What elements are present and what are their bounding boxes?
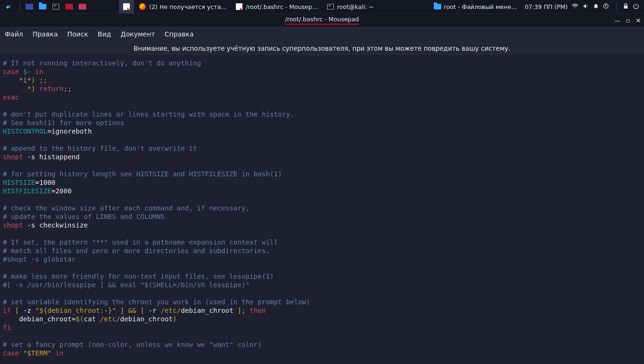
code-token: $( <box>76 315 84 323</box>
code-token: if <box>3 307 11 314</box>
notepad-icon <box>123 3 130 10</box>
code-line: # update the values of LINES and COLUMNS… <box>3 213 169 220</box>
code-line: # make less more friendly for non-text i… <box>3 273 274 280</box>
editor-area[interactable]: # If not running interactively, don't do… <box>0 55 644 364</box>
task-label: root@kali: ~ <box>337 3 374 10</box>
clock[interactable]: 07:39 ПП (PM) <box>525 3 568 10</box>
folder-icon <box>434 3 441 10</box>
maximize-button[interactable]: ▫ <box>625 18 631 23</box>
close-button[interactable]: ✕ <box>635 18 641 23</box>
code-token: HISTCONTROL <box>3 127 47 135</box>
menu-view[interactable]: Вид <box>98 30 111 38</box>
code-token: -s histappend <box>23 153 80 161</box>
code-token: -r <box>149 307 161 314</box>
panel-right: root - Файловый мене… 07:39 ПП (PM) <box>430 0 644 13</box>
code-token: ;; <box>63 85 72 92</box>
code-token: in <box>52 349 64 357</box>
mousepad-window: /root/.bashrc - Mousepad — ▫ ✕ Файл Прав… <box>0 14 644 364</box>
lock-icon[interactable] <box>623 3 629 10</box>
code-line: #[ -x /usr/bin/lesspipe ] && eval "$(SHE… <box>3 281 250 289</box>
code-token: case <box>3 68 23 75</box>
code-token: cat <box>84 315 100 323</box>
code-token: && <box>128 307 136 314</box>
taskbar-item-notepad-active[interactable] <box>119 0 134 13</box>
menu-document[interactable]: Документ <box>121 30 155 38</box>
menu-help[interactable]: Справка <box>164 30 194 38</box>
code-token: ) <box>173 315 177 323</box>
code-token: shopt <box>3 153 23 161</box>
code-token: "${debian_chroot:-}" <box>35 307 116 314</box>
code-line: # don't put duplicate lines or lines sta… <box>3 110 294 118</box>
taskbar-item-filemanager[interactable]: root - Файловый мене… <box>430 0 521 13</box>
menu-search[interactable]: Поиск <box>67 30 88 38</box>
code-token: "$TERM" <box>23 349 52 357</box>
terminal-launcher-icon[interactable] <box>50 1 62 12</box>
notifications-icon[interactable] <box>593 3 599 10</box>
taskbar-item-firefox[interactable]: (2) Не получается уста… <box>135 0 231 13</box>
taskbar-item-terminal[interactable]: root@kali: ~ <box>323 0 378 13</box>
menu-file[interactable]: Файл <box>5 30 23 38</box>
code-token: [ <box>136 307 149 314</box>
wifi-icon[interactable] <box>572 2 579 11</box>
code-token: ]; <box>233 307 250 314</box>
code-line: # match all files and zero or more direc… <box>3 247 270 255</box>
code-token: ;; <box>39 76 47 84</box>
separator-icon <box>617 2 617 11</box>
separator-icon <box>20 2 20 11</box>
minimize-button[interactable]: — <box>615 18 620 23</box>
panel-left: (2) Не получается уста… /root/.bashrc - … <box>0 0 378 13</box>
code-line: #shopt -s globstar <box>3 255 76 263</box>
window-buttons: — ▫ ✕ <box>615 18 641 23</box>
power-icon[interactable] <box>633 3 639 11</box>
code-line: # If set, the pattern "**" used in a pat… <box>3 238 278 246</box>
code-token: return <box>39 85 63 92</box>
show-desktop-icon[interactable] <box>23 1 36 12</box>
code-token: $- <box>23 68 31 75</box>
firefox-icon <box>139 3 146 10</box>
code-token: HISTSIZE <box>3 179 35 186</box>
superuser-warning: Внимание, вы используете учётную запись … <box>0 42 644 55</box>
app-launcher-icon[interactable] <box>76 1 89 12</box>
code-token: fi <box>3 324 11 331</box>
taskbar-item-mousepad[interactable]: /root/.bashrc - Mousep… <box>232 0 322 13</box>
notepad-icon <box>235 3 243 10</box>
code-line: # for setting history length see HISTSIZ… <box>3 170 282 178</box>
code-token: then <box>250 307 266 314</box>
task-label: /root/.bashrc - Mousep… <box>246 3 318 10</box>
code-line: # check the window size after each comma… <box>3 204 250 212</box>
code-line: # See bash(1) for more options <box>3 119 124 127</box>
menubar: Файл Правка Поиск Вид Документ Справка <box>0 27 644 42</box>
kali-menu-icon[interactable] <box>3 1 15 12</box>
volume-icon[interactable] <box>582 3 589 11</box>
code-token: esac <box>3 93 19 101</box>
code-token: HISTFILESIZE <box>3 187 52 195</box>
code-line: # append to the history file, don't over… <box>3 145 197 152</box>
menu-edit[interactable]: Правка <box>33 30 58 38</box>
code-token: in <box>31 68 44 75</box>
task-label: root - Файловый мене… <box>444 3 518 10</box>
code-token: /etc/ <box>100 315 120 323</box>
code-token: =2000 <box>52 187 72 195</box>
kazam-icon[interactable] <box>63 1 75 12</box>
updates-icon[interactable] <box>603 3 609 10</box>
code-token: debian_chroot <box>181 307 233 314</box>
code-token: debian_chroot <box>120 315 173 323</box>
code-token: ] <box>116 307 128 314</box>
code-token: case <box>3 349 23 357</box>
code-token: =1000 <box>35 179 55 186</box>
code-token: shopt <box>3 221 23 229</box>
code-token: -z <box>23 307 36 314</box>
system-panel: (2) Не получается уста… /root/.bashrc - … <box>0 0 644 13</box>
task-label: (2) Не получается уста… <box>149 3 227 10</box>
code-token: [ <box>11 307 23 314</box>
code-token: =ignoreboth <box>47 127 92 135</box>
code-token: /etc/ <box>161 307 181 314</box>
titlebar[interactable]: /root/.bashrc - Mousepad — ▫ ✕ <box>0 14 644 27</box>
code-token: -s checkwinsize <box>23 221 88 229</box>
code-line: # set a fancy prompt (non-color, unless … <box>3 341 262 348</box>
window-title: /root/.bashrc - Mousepad <box>285 16 359 26</box>
code-token: debian_chroot= <box>3 315 76 323</box>
code-token: *) <box>3 85 39 92</box>
file-manager-icon[interactable] <box>36 1 49 12</box>
code-line: # set variable identifying the chroot yo… <box>3 298 310 306</box>
